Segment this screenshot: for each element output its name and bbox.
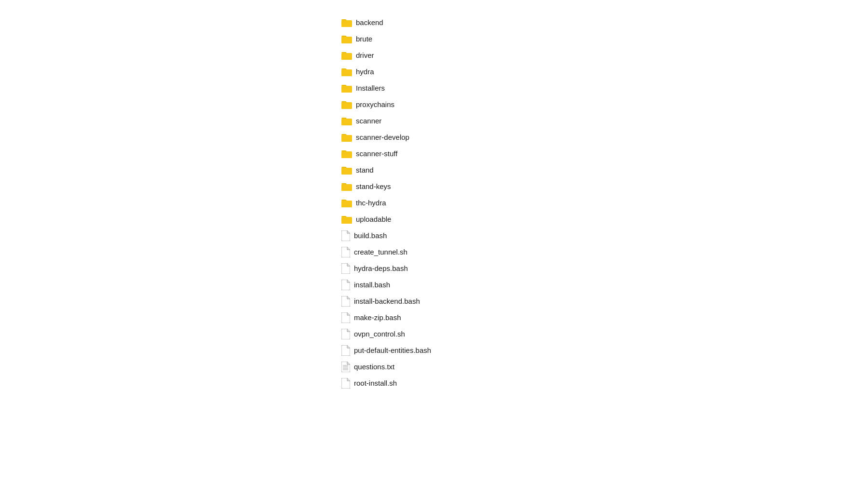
list-item-scanner-develop[interactable]: scanner-develop <box>338 129 530 146</box>
item-label: scanner-develop <box>356 132 409 143</box>
file-icon <box>341 378 350 389</box>
svg-rect-8 <box>341 151 352 158</box>
file-text-icon <box>341 362 350 372</box>
item-label: hydra <box>356 66 374 78</box>
file-icon <box>341 296 350 307</box>
list-item-stand[interactable]: stand <box>338 162 530 178</box>
svg-rect-2 <box>341 53 352 60</box>
item-label: uploadable <box>356 214 391 225</box>
list-item-brute[interactable]: brute <box>338 31 530 47</box>
svg-rect-9 <box>341 168 352 175</box>
list-item-hydra-deps.bash[interactable]: hydra-deps.bash <box>338 260 530 277</box>
list-item-make-zip.bash[interactable]: make-zip.bash <box>338 310 530 326</box>
folder-icon <box>341 199 352 207</box>
list-item-ovpn_control.sh[interactable]: ovpn_control.sh <box>338 326 530 342</box>
svg-rect-11 <box>341 201 352 207</box>
item-label: proxychains <box>356 99 394 110</box>
item-label: brute <box>356 33 372 45</box>
item-label: hydra-deps.bash <box>354 263 408 274</box>
folder-icon <box>341 35 352 43</box>
folder-icon <box>341 166 352 175</box>
list-item-hydra[interactable]: hydra <box>338 64 530 80</box>
item-label: scanner <box>356 115 381 127</box>
list-item-root-install.sh[interactable]: root-install.sh <box>338 375 530 391</box>
item-label: questions.txt <box>354 361 394 373</box>
svg-rect-12 <box>341 217 352 224</box>
svg-rect-4 <box>341 86 352 93</box>
item-label: create_tunnel.sh <box>354 246 407 258</box>
item-label: stand <box>356 164 374 176</box>
folder-icon <box>341 51 352 60</box>
item-label: Installers <box>356 82 385 94</box>
list-item-proxychains[interactable]: proxychains <box>338 96 530 113</box>
file-list: backendbrutedriverhydraInstallersproxych… <box>338 10 530 475</box>
list-item-build.bash[interactable]: build.bash <box>338 228 530 244</box>
file-icon <box>341 230 350 241</box>
file-icon <box>341 329 350 339</box>
svg-rect-7 <box>341 135 352 142</box>
folder-icon <box>341 117 352 125</box>
list-item-thc-hydra[interactable]: thc-hydra <box>338 195 530 211</box>
folder-icon <box>341 84 352 93</box>
list-item-scanner[interactable]: scanner <box>338 113 530 129</box>
list-item-scanner-stuff[interactable]: scanner-stuff <box>338 146 530 162</box>
svg-rect-6 <box>341 119 352 125</box>
file-icon <box>341 263 350 274</box>
svg-rect-0 <box>341 20 352 27</box>
item-label: driver <box>356 50 374 61</box>
item-label: stand-keys <box>356 181 391 192</box>
item-label: scanner-stuff <box>356 148 397 160</box>
folder-icon <box>341 67 352 76</box>
folder-icon <box>341 182 352 191</box>
list-item-questions.txt[interactable]: questions.txt <box>338 359 530 375</box>
list-item-stand-keys[interactable]: stand-keys <box>338 178 530 195</box>
list-item-install.bash[interactable]: install.bash <box>338 277 530 293</box>
list-item-Installers[interactable]: Installers <box>338 80 530 96</box>
item-label: build.bash <box>354 230 387 242</box>
item-label: backend <box>356 17 383 28</box>
list-item-install-backend.bash[interactable]: install-backend.bash <box>338 293 530 310</box>
folder-icon <box>341 133 352 142</box>
list-item-uploadable[interactable]: uploadable <box>338 211 530 228</box>
list-item-backend[interactable]: backend <box>338 14 530 31</box>
svg-rect-5 <box>341 102 352 109</box>
svg-rect-10 <box>341 184 352 191</box>
file-icon <box>341 247 350 257</box>
item-label: install-backend.bash <box>354 296 420 307</box>
file-icon <box>341 280 350 290</box>
folder-icon <box>341 18 352 27</box>
item-label: ovpn_control.sh <box>354 328 405 340</box>
folder-icon <box>341 100 352 109</box>
file-icon <box>341 312 350 323</box>
item-label: thc-hydra <box>356 197 386 209</box>
item-label: put-default-entities.bash <box>354 345 431 356</box>
file-icon <box>341 345 350 356</box>
item-label: make-zip.bash <box>354 312 401 323</box>
list-item-create_tunnel.sh[interactable]: create_tunnel.sh <box>338 244 530 260</box>
list-item-put-default-entities.bash[interactable]: put-default-entities.bash <box>338 342 530 359</box>
folder-icon <box>341 149 352 158</box>
item-label: root-install.sh <box>354 377 397 389</box>
item-label: install.bash <box>354 279 390 291</box>
list-item-driver[interactable]: driver <box>338 47 530 64</box>
svg-rect-1 <box>341 37 352 43</box>
folder-icon <box>341 215 352 224</box>
svg-rect-3 <box>341 69 352 76</box>
